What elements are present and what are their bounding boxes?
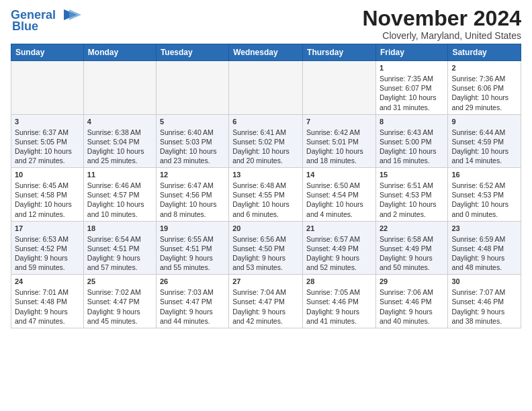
logo-blue: Blue — [12, 20, 38, 32]
day-number: 8 — [380, 117, 444, 127]
day-cell: 2Sunrise: 7:36 AM Sunset: 6:06 PM Daylig… — [448, 61, 521, 115]
day-info: Sunrise: 6:54 AM Sunset: 4:51 PM Dayligh… — [87, 235, 141, 272]
th-wednesday: Wednesday — [229, 44, 303, 61]
week-row-2: 3Sunrise: 6:37 AM Sunset: 5:05 PM Daylig… — [11, 114, 521, 168]
th-sunday: Sunday — [11, 44, 84, 61]
th-friday: Friday — [375, 44, 447, 61]
day-info: Sunrise: 7:05 AM Sunset: 4:46 PM Dayligh… — [306, 288, 360, 325]
day-number: 2 — [451, 63, 517, 73]
day-number: 14 — [306, 170, 372, 180]
day-cell — [156, 61, 228, 115]
day-cell — [303, 61, 376, 115]
week-row-1: 1Sunrise: 7:35 AM Sunset: 6:07 PM Daylig… — [11, 61, 521, 115]
day-cell: 13Sunrise: 6:48 AM Sunset: 4:55 PM Dayli… — [229, 168, 303, 222]
day-cell: 17Sunrise: 6:53 AM Sunset: 4:52 PM Dayli… — [11, 221, 84, 275]
day-cell: 28Sunrise: 7:05 AM Sunset: 4:46 PM Dayli… — [303, 275, 376, 328]
day-info: Sunrise: 6:50 AM Sunset: 4:54 PM Dayligh… — [306, 181, 363, 218]
day-cell: 24Sunrise: 7:01 AM Sunset: 4:48 PM Dayli… — [11, 275, 84, 328]
day-number: 23 — [451, 224, 517, 234]
day-number: 6 — [232, 117, 299, 127]
day-cell: 27Sunrise: 7:04 AM Sunset: 4:47 PM Dayli… — [229, 275, 303, 328]
day-number: 15 — [380, 170, 444, 180]
day-number: 4 — [87, 117, 152, 127]
day-info: Sunrise: 6:59 AM Sunset: 4:48 PM Dayligh… — [451, 235, 505, 272]
day-cell: 29Sunrise: 7:06 AM Sunset: 4:46 PM Dayli… — [375, 275, 447, 328]
day-info: Sunrise: 6:52 AM Sunset: 4:53 PM Dayligh… — [451, 181, 508, 218]
day-info: Sunrise: 6:43 AM Sunset: 5:00 PM Dayligh… — [380, 128, 437, 165]
day-info: Sunrise: 7:06 AM Sunset: 4:46 PM Dayligh… — [380, 288, 433, 325]
th-monday: Monday — [83, 44, 156, 61]
day-info: Sunrise: 6:45 AM Sunset: 4:58 PM Dayligh… — [15, 181, 72, 218]
location-subtitle: Cloverly, Maryland, United States — [362, 30, 521, 41]
day-cell: 6Sunrise: 6:41 AM Sunset: 5:02 PM Daylig… — [229, 114, 303, 168]
day-number: 18 — [87, 224, 152, 234]
day-cell: 14Sunrise: 6:50 AM Sunset: 4:54 PM Dayli… — [303, 168, 376, 222]
day-cell: 19Sunrise: 6:55 AM Sunset: 4:51 PM Dayli… — [156, 221, 228, 275]
day-info: Sunrise: 6:41 AM Sunset: 5:02 PM Dayligh… — [232, 128, 290, 165]
day-cell: 5Sunrise: 6:40 AM Sunset: 5:03 PM Daylig… — [156, 114, 228, 168]
calendar-table: Sunday Monday Tuesday Wednesday Thursday… — [11, 44, 521, 328]
day-cell: 8Sunrise: 6:43 AM Sunset: 5:00 PM Daylig… — [375, 114, 447, 168]
day-number: 21 — [306, 224, 372, 234]
day-number: 1 — [380, 63, 444, 73]
day-info: Sunrise: 7:36 AM Sunset: 6:06 PM Dayligh… — [451, 75, 508, 111]
day-number: 22 — [380, 224, 444, 234]
calendar-body: 1Sunrise: 7:35 AM Sunset: 6:07 PM Daylig… — [11, 61, 521, 328]
logo: General Blue — [11, 7, 81, 32]
day-info: Sunrise: 6:55 AM Sunset: 4:51 PM Dayligh… — [160, 235, 214, 272]
month-title: November 2024 — [362, 7, 521, 30]
day-cell: 16Sunrise: 6:52 AM Sunset: 4:53 PM Dayli… — [448, 168, 521, 222]
day-info: Sunrise: 6:58 AM Sunset: 4:49 PM Dayligh… — [380, 235, 433, 272]
day-number: 13 — [232, 170, 299, 180]
day-number: 26 — [160, 277, 225, 287]
week-row-5: 24Sunrise: 7:01 AM Sunset: 4:48 PM Dayli… — [11, 275, 521, 328]
day-cell: 23Sunrise: 6:59 AM Sunset: 4:48 PM Dayli… — [448, 221, 521, 275]
day-info: Sunrise: 6:48 AM Sunset: 4:55 PM Dayligh… — [232, 181, 290, 218]
day-number: 17 — [15, 224, 80, 234]
day-cell: 25Sunrise: 7:02 AM Sunset: 4:47 PM Dayli… — [83, 275, 156, 328]
day-number: 30 — [451, 277, 517, 287]
day-number: 28 — [306, 277, 372, 287]
day-cell: 22Sunrise: 6:58 AM Sunset: 4:49 PM Dayli… — [375, 221, 447, 275]
week-row-3: 10Sunrise: 6:45 AM Sunset: 4:58 PM Dayli… — [11, 168, 521, 222]
day-cell: 1Sunrise: 7:35 AM Sunset: 6:07 PM Daylig… — [375, 61, 447, 115]
day-info: Sunrise: 7:07 AM Sunset: 4:46 PM Dayligh… — [451, 288, 505, 325]
th-tuesday: Tuesday — [156, 44, 228, 61]
day-cell — [229, 61, 303, 115]
day-number: 9 — [451, 117, 517, 127]
day-cell — [83, 61, 156, 115]
day-info: Sunrise: 7:01 AM Sunset: 4:48 PM Dayligh… — [15, 288, 69, 325]
day-info: Sunrise: 6:56 AM Sunset: 4:50 PM Dayligh… — [232, 235, 286, 272]
day-info: Sunrise: 6:57 AM Sunset: 4:49 PM Dayligh… — [306, 235, 360, 272]
day-number: 27 — [232, 277, 299, 287]
calendar-header: Sunday Monday Tuesday Wednesday Thursday… — [11, 44, 521, 61]
day-cell: 4Sunrise: 6:38 AM Sunset: 5:04 PM Daylig… — [83, 114, 156, 168]
day-info: Sunrise: 7:04 AM Sunset: 4:47 PM Dayligh… — [232, 288, 286, 325]
day-info: Sunrise: 6:51 AM Sunset: 4:53 PM Dayligh… — [380, 181, 437, 218]
day-cell — [11, 61, 84, 115]
day-cell: 21Sunrise: 6:57 AM Sunset: 4:49 PM Dayli… — [303, 221, 376, 275]
day-info: Sunrise: 6:44 AM Sunset: 4:59 PM Dayligh… — [451, 128, 508, 165]
day-info: Sunrise: 7:03 AM Sunset: 4:47 PM Dayligh… — [160, 288, 214, 325]
day-cell: 20Sunrise: 6:56 AM Sunset: 4:50 PM Dayli… — [229, 221, 303, 275]
header: General Blue November 2024 Cloverly, Mar… — [11, 7, 521, 41]
day-cell: 26Sunrise: 7:03 AM Sunset: 4:47 PM Dayli… — [156, 275, 228, 328]
day-number: 3 — [15, 117, 80, 127]
day-number: 5 — [160, 117, 225, 127]
svg-marker-1 — [69, 9, 81, 20]
day-cell: 9Sunrise: 6:44 AM Sunset: 4:59 PM Daylig… — [448, 114, 521, 168]
logo-icon — [57, 7, 81, 23]
title-block: November 2024 Cloverly, Maryland, United… — [362, 7, 521, 41]
th-thursday: Thursday — [303, 44, 376, 61]
day-number: 19 — [160, 224, 225, 234]
th-saturday: Saturday — [448, 44, 521, 61]
day-number: 7 — [306, 117, 372, 127]
day-info: Sunrise: 6:37 AM Sunset: 5:05 PM Dayligh… — [15, 128, 72, 165]
day-cell: 3Sunrise: 6:37 AM Sunset: 5:05 PM Daylig… — [11, 114, 84, 168]
day-info: Sunrise: 6:53 AM Sunset: 4:52 PM Dayligh… — [15, 235, 69, 272]
day-number: 25 — [87, 277, 152, 287]
day-cell: 18Sunrise: 6:54 AM Sunset: 4:51 PM Dayli… — [83, 221, 156, 275]
day-number: 24 — [15, 277, 80, 287]
day-info: Sunrise: 6:40 AM Sunset: 5:03 PM Dayligh… — [160, 128, 217, 165]
day-info: Sunrise: 6:47 AM Sunset: 4:56 PM Dayligh… — [160, 181, 217, 218]
